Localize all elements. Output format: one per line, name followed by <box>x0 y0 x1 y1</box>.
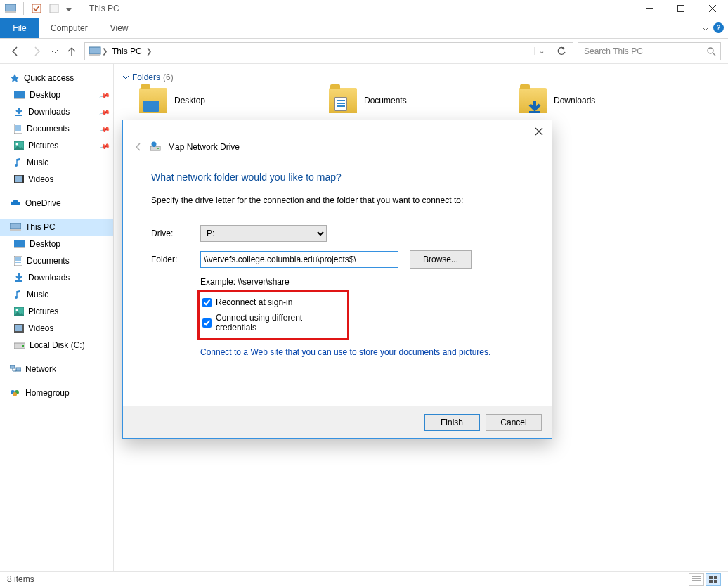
dialog-subtext: Specify the drive letter for the connect… <box>151 195 524 225</box>
tree-item-desktop[interactable]: Desktop <box>0 236 113 252</box>
ribbon-expand-icon[interactable] <box>702 25 709 32</box>
tree-item-music[interactable]: Music <box>0 286 113 303</box>
tree-item-pictures[interactable]: Pictures 📌 <box>0 137 113 154</box>
documents-icon <box>14 124 22 134</box>
music-icon <box>14 157 22 167</box>
maximize-button[interactable] <box>665 0 696 18</box>
reconnect-checkbox[interactable] <box>202 298 212 307</box>
svg-rect-3 <box>50 4 58 13</box>
folder-tile-desktop[interactable]: Desktop <box>139 86 287 115</box>
breadcrumb[interactable]: ❯ This PC ❯ ⌄ <box>84 42 573 60</box>
dialog-close-button[interactable] <box>532 124 546 138</box>
chevron-down-icon[interactable] <box>122 74 129 81</box>
browse-button[interactable]: Browse... <box>410 250 472 269</box>
tree-homegroup[interactable]: Homegroup <box>0 385 113 401</box>
folder-tile-documents[interactable]: Documents <box>329 86 476 115</box>
svg-rect-40 <box>22 345 24 347</box>
tree-item-pictures[interactable]: Pictures <box>0 303 113 320</box>
drive-select[interactable]: P: <box>200 225 327 242</box>
tree-quick-access[interactable]: Quick access <box>0 70 113 86</box>
tree-label: Videos <box>28 323 53 333</box>
tab-computer[interactable]: Computer <box>39 18 99 38</box>
svg-rect-52 <box>709 580 713 583</box>
tab-view[interactable]: View <box>99 18 140 38</box>
diff-creds-checkbox[interactable] <box>202 318 212 328</box>
tree-item-music[interactable]: Music <box>0 154 113 171</box>
svg-rect-4 <box>66 6 72 6</box>
onedrive-icon <box>10 200 21 207</box>
svg-rect-51 <box>714 576 717 579</box>
pin-icon: 📌 <box>99 123 110 134</box>
breadcrumb-segment[interactable]: This PC <box>108 46 146 56</box>
tree-label: Local Disk (C:) <box>30 340 85 350</box>
properties-icon[interactable] <box>29 1 44 16</box>
desktop-icon <box>14 240 25 248</box>
back-button[interactable] <box>7 43 24 60</box>
dialog-titlebar <box>123 120 552 141</box>
desktop-icon <box>14 91 25 99</box>
help-icon[interactable]: ? <box>713 22 724 33</box>
search-icon[interactable] <box>706 46 716 56</box>
svg-rect-12 <box>14 98 25 99</box>
tree-item-documents[interactable]: Documents <box>0 252 113 269</box>
svg-rect-13 <box>15 115 22 116</box>
search-input[interactable] <box>583 46 706 57</box>
search-box[interactable] <box>578 42 721 60</box>
tree-item-videos[interactable]: Videos <box>0 320 113 337</box>
tree-this-pc[interactable]: This PC <box>0 219 113 236</box>
connect-website-link[interactable]: Connect to a Web site that you can use t… <box>200 347 490 357</box>
navigation-bar: ❯ This PC ❯ ⌄ <box>0 39 728 64</box>
svg-rect-0 <box>5 4 16 11</box>
pc-icon <box>88 45 102 58</box>
network-drive-icon <box>150 141 162 153</box>
svg-rect-28 <box>14 247 25 248</box>
tree-item-desktop[interactable]: Desktop 📌 <box>0 86 113 103</box>
svg-rect-14 <box>14 124 22 134</box>
tree-onedrive[interactable]: OneDrive <box>0 195 113 212</box>
tree-item-downloads[interactable]: Downloads 📌 <box>0 103 113 120</box>
tree-item-videos[interactable]: Videos <box>0 171 113 188</box>
drive-icon <box>14 342 25 349</box>
navigation-tree[interactable]: Quick access Desktop 📌 Downloads 📌 Docum… <box>0 64 114 571</box>
map-network-drive-dialog: Map Network Drive What network folder wo… <box>122 120 552 439</box>
view-large-icons-button[interactable] <box>706 573 721 586</box>
up-button[interactable] <box>63 43 80 60</box>
cancel-button[interactable]: Cancel <box>486 414 542 431</box>
folder-label: Folder: <box>151 254 200 264</box>
dialog-footer: Finish Cancel <box>123 406 552 438</box>
svg-point-20 <box>15 164 18 167</box>
tree-item-downloads[interactable]: Downloads <box>0 269 113 286</box>
chevron-right-icon[interactable]: ❯ <box>102 47 108 55</box>
minimize-button[interactable] <box>633 0 665 18</box>
svg-point-34 <box>15 296 18 299</box>
file-tab[interactable]: File <box>0 18 39 38</box>
reconnect-checkbox-row[interactable]: Reconnect at sign-in <box>202 295 344 310</box>
qat-dropdown-icon[interactable] <box>64 1 74 16</box>
group-header-folders[interactable]: Folders (6) <box>122 70 720 86</box>
svg-point-19 <box>16 143 18 146</box>
homegroup-icon <box>10 389 21 397</box>
separator <box>23 2 24 15</box>
pictures-icon <box>14 307 24 316</box>
diff-creds-checkbox-row[interactable]: Connect using different credentials <box>202 310 344 335</box>
tree-label: This PC <box>25 222 56 232</box>
refresh-icon[interactable] <box>552 43 570 60</box>
svg-rect-41 <box>10 365 15 368</box>
svg-rect-38 <box>15 325 22 331</box>
new-item-icon[interactable] <box>46 1 62 16</box>
folder-input[interactable] <box>200 251 398 268</box>
tree-item-documents[interactable]: Documents 📌 <box>0 120 113 137</box>
close-button[interactable] <box>696 0 728 18</box>
tree-label: Quick access <box>24 73 74 83</box>
address-dropdown-icon[interactable]: ⌄ <box>534 47 549 55</box>
forward-button[interactable] <box>28 43 45 60</box>
folder-tile-downloads[interactable]: Downloads <box>519 86 666 115</box>
view-details-button[interactable] <box>689 573 704 586</box>
finish-button[interactable]: Finish <box>424 414 480 431</box>
recent-dropdown[interactable] <box>49 43 59 60</box>
tree-network[interactable]: Network <box>0 361 113 378</box>
separator <box>79 2 79 15</box>
dialog-back-button[interactable] <box>133 141 144 153</box>
chevron-right-icon[interactable]: ❯ <box>146 47 152 55</box>
tree-item-local-disk[interactable]: Local Disk (C:) <box>0 337 113 354</box>
